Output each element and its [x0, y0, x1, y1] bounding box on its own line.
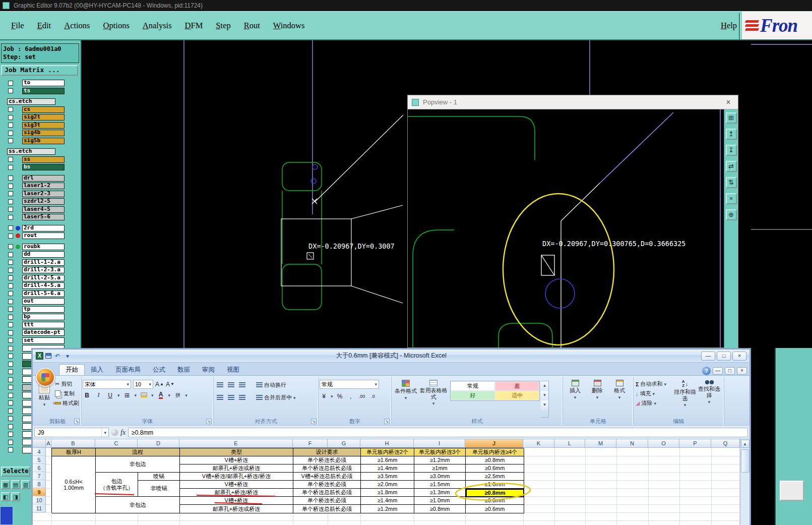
align-bottom-icon[interactable]	[237, 381, 247, 389]
tab-insert[interactable]: 插入	[85, 364, 109, 375]
column-header[interactable]: N	[616, 439, 648, 448]
table-cell[interactable]: ≥1.0mm	[466, 481, 524, 489]
tab-formulas[interactable]: 公式	[147, 364, 171, 375]
layer-checkbox[interactable]	[8, 244, 13, 249]
layer-row[interactable]: ttt	[0, 322, 82, 328]
column-header-selected[interactable]: J	[465, 439, 523, 448]
layer-name[interactable]: to	[22, 80, 65, 86]
layer-checkbox[interactable]	[8, 199, 13, 204]
table-cell[interactable]: 单个桥连总筋长必须	[293, 505, 361, 513]
gallery-up-icon[interactable]: ▲	[541, 381, 548, 391]
layer-row[interactable]: cs.etch	[0, 98, 82, 105]
workbook-restore-icon[interactable]: □	[725, 367, 735, 375]
popview-canvas[interactable]: DX=-0.20967,DY=0.300765,D=0.3666325	[408, 109, 725, 348]
layer-checkbox[interactable]	[8, 138, 13, 143]
layer-name[interactable]: bp	[22, 314, 65, 320]
row-header[interactable]: 6	[33, 464, 46, 472]
accounting-format-icon[interactable]: ¥	[320, 392, 328, 400]
layer-name[interactable]: drill-5-6.a	[22, 290, 65, 297]
job-matrix-button[interactable]: Job Matrix ...	[1, 65, 78, 76]
table-cell[interactable]: 单个桥连长必须	[293, 497, 361, 505]
layer-name[interactable]: cs.etch	[7, 98, 55, 105]
table-cell[interactable]: 非包边	[96, 497, 180, 513]
increase-decimal-icon[interactable]: .00	[358, 392, 366, 400]
zoom-extent-icon[interactable]: ×	[726, 193, 737, 204]
row-header[interactable]: 7	[33, 472, 46, 480]
style-good[interactable]: 好	[451, 391, 495, 400]
layer-checkbox[interactable]	[8, 115, 13, 120]
popview-titlebar[interactable]: Popview - 1 ×	[408, 95, 738, 109]
layer-checkbox[interactable]	[8, 299, 13, 304]
layer-row[interactable]: to	[0, 80, 82, 86]
column-header[interactable]: I	[414, 439, 465, 448]
layer-checkbox[interactable]	[8, 330, 13, 335]
layer-name[interactable]: sig2t	[22, 114, 65, 121]
layer-name[interactable]: laser2-3	[22, 191, 65, 197]
number-format-combo[interactable]: 常规▾	[320, 380, 379, 389]
layer-name[interactable]: out	[22, 298, 65, 305]
layer-row[interactable]: roubk	[0, 244, 82, 250]
table-cell[interactable]: 单个桥连总筋长必须	[293, 489, 361, 497]
gallery-down-icon[interactable]: ▼	[541, 391, 548, 400]
layer-checkbox[interactable]	[8, 107, 13, 112]
font-color-icon[interactable]: A	[157, 391, 165, 399]
gallery-more-icon[interactable]: ▼	[541, 400, 548, 410]
zoom-target-icon[interactable]: ⊕	[726, 209, 737, 220]
table-cell[interactable]: ≥1.0mm	[414, 497, 466, 505]
insert-cells-button[interactable]: 插入▾	[564, 378, 586, 418]
tab-page-layout[interactable]: 页面布局	[109, 364, 147, 375]
table-cell[interactable]: 0.6≤H<1.00mm	[52, 456, 96, 513]
align-center-icon[interactable]	[226, 393, 236, 402]
popview-close-icon[interactable]: ×	[723, 98, 734, 107]
find-select-button[interactable]: 查找和选择▾	[697, 378, 721, 418]
split-left-icon[interactable]: ◧	[1, 492, 10, 501]
layer-row[interactable]: ss.etch	[0, 148, 82, 155]
menu-analysis[interactable]: Analysis	[143, 21, 172, 31]
column-header[interactable]: O	[648, 439, 679, 448]
table-cell[interactable]: 单个桥连长必须	[293, 481, 361, 489]
layer-name[interactable]: dd	[22, 251, 65, 258]
table-cell[interactable]: ≥1.3mm	[414, 489, 466, 497]
shrink-font-icon[interactable]: A▼	[166, 380, 174, 388]
popview-clone-icon[interactable]: ⊞	[726, 112, 737, 124]
scroll-thumb[interactable]	[741, 449, 749, 473]
column-header[interactable]: E	[179, 439, 293, 448]
align-middle-icon[interactable]	[226, 381, 236, 389]
table-cell[interactable]: ≥0.8mm	[414, 505, 466, 513]
layer-name[interactable]: sig4b	[22, 130, 65, 136]
copy-button[interactable]: 复制	[54, 389, 80, 398]
menu-options[interactable]: Options	[103, 21, 130, 31]
dialog-launcher-icon[interactable]: ↘	[384, 419, 390, 424]
table-cell[interactable]: 单个桥连总筋长必须	[293, 464, 361, 473]
layer-row[interactable]: cs	[0, 106, 82, 113]
table-cell[interactable]: 单元板内桥连2个	[361, 448, 414, 456]
sort-filter-button[interactable]: AZ↓ 排序和筛选▾	[673, 378, 697, 418]
layer-name[interactable]: tp	[22, 306, 65, 313]
underline-icon[interactable]: U	[106, 391, 114, 399]
grid-tool-icon[interactable]: ▦	[1, 480, 10, 489]
layer-checkbox[interactable]	[8, 338, 13, 343]
align-top-icon[interactable]	[215, 381, 225, 389]
layer-row[interactable]: 2rd	[0, 225, 82, 231]
font-size-combo[interactable]: 10▾	[133, 380, 153, 389]
workbook-close-icon[interactable]: ×	[737, 367, 747, 375]
layer-checkbox[interactable]	[8, 315, 13, 320]
comma-icon[interactable]: ,	[347, 392, 355, 400]
layer-row[interactable]: drill-5-6.a	[0, 290, 82, 297]
table-cell[interactable]: V槽+桥连/邮票孔+桥连/桥连	[180, 473, 293, 481]
layer-name[interactable]: drl	[22, 175, 65, 182]
layer-row[interactable]: drill-1-2.a	[0, 259, 82, 266]
format-painter-button[interactable]: 格式刷	[54, 398, 80, 408]
layer-name[interactable]: laser4-5	[22, 206, 65, 213]
layer-row[interactable]: sig4b	[0, 130, 82, 136]
layer-row[interactable]: datecode-pt	[0, 329, 82, 336]
layer-row[interactable]: laser2-3	[0, 191, 82, 197]
table-cell[interactable]: 喷锡	[138, 473, 180, 481]
tab-home[interactable]: 开始	[59, 364, 85, 375]
column-header[interactable]: D	[138, 439, 179, 448]
selected-button[interactable]: Selecte	[1, 466, 30, 477]
table-cell[interactable]: 设计要求	[293, 448, 361, 456]
layer-checkbox[interactable]	[8, 123, 13, 128]
column-header[interactable]: K	[523, 439, 554, 448]
font-name-combo[interactable]: 宋体▾	[83, 380, 131, 389]
